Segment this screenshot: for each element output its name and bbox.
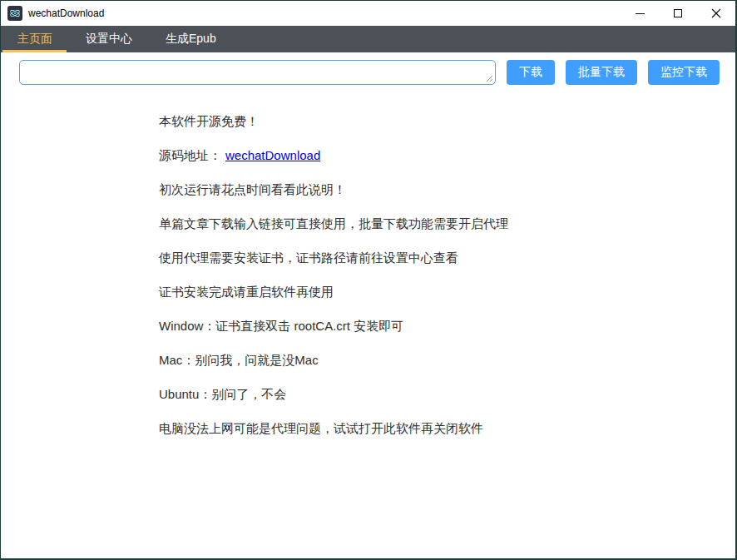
tab-label: 主页面 xyxy=(17,32,52,47)
electron-atom-icon xyxy=(7,6,22,21)
maximize-button[interactable] xyxy=(659,1,697,26)
note-line: 使用代理需要安装证书，证书路径请前往设置中心查看 xyxy=(159,249,719,266)
window-title: wechatDownload xyxy=(28,7,104,19)
download-button[interactable]: 下载 xyxy=(507,60,555,85)
minimize-button[interactable] xyxy=(621,1,659,26)
note-line: 电脑没法上网可能是代理问题，试试打开此软件再关闭软件 xyxy=(159,419,719,437)
tab-label: 生成Epub xyxy=(166,32,216,47)
source-link[interactable]: wechatDownload xyxy=(225,148,320,162)
tab-generate-epub[interactable]: 生成Epub xyxy=(149,26,233,52)
instructions: 本软件开源免费！ 源码地址：wechatDownload 初次运行请花点时间看看… xyxy=(1,92,735,558)
tab-label: 设置中心 xyxy=(86,32,132,47)
download-toolbar: 下载 批量下载 监控下载 xyxy=(1,52,735,92)
minimize-icon xyxy=(636,13,645,14)
batch-download-button[interactable]: 批量下载 xyxy=(566,60,637,85)
source-prefix: 源码地址： xyxy=(159,148,221,162)
note-line: Window：证书直接双击 rootCA.crt 安装即可 xyxy=(159,317,719,335)
monitor-download-button[interactable]: 监控下载 xyxy=(648,60,720,85)
app-window: wechatDownload 主页面 设置中心 生成Epub xyxy=(0,0,737,560)
close-icon xyxy=(711,8,721,18)
url-input-wrap xyxy=(19,60,496,85)
window-controls xyxy=(621,1,735,26)
tab-bar: 主页面 设置中心 生成Epub xyxy=(1,26,735,52)
note-line: 证书安装完成请重启软件再使用 xyxy=(159,283,719,300)
intro-line: 本软件开源免费！ xyxy=(159,112,719,130)
note-line: 初次运行请花点时间看看此说明！ xyxy=(159,181,719,198)
close-button[interactable] xyxy=(697,1,735,26)
tab-main-page[interactable]: 主页面 xyxy=(1,26,69,52)
maximize-icon xyxy=(674,9,682,17)
url-input[interactable] xyxy=(19,60,496,85)
tab-settings-center[interactable]: 设置中心 xyxy=(69,26,149,52)
source-line: 源码地址：wechatDownload xyxy=(159,146,719,164)
note-line: Mac：别问我，问就是没Mac xyxy=(159,351,719,369)
note-line: Ubuntu：别问了，不会 xyxy=(159,385,719,403)
title-bar: wechatDownload xyxy=(1,1,735,26)
note-line: 单篇文章下载输入链接可直接使用，批量下载功能需要开启代理 xyxy=(159,215,719,232)
